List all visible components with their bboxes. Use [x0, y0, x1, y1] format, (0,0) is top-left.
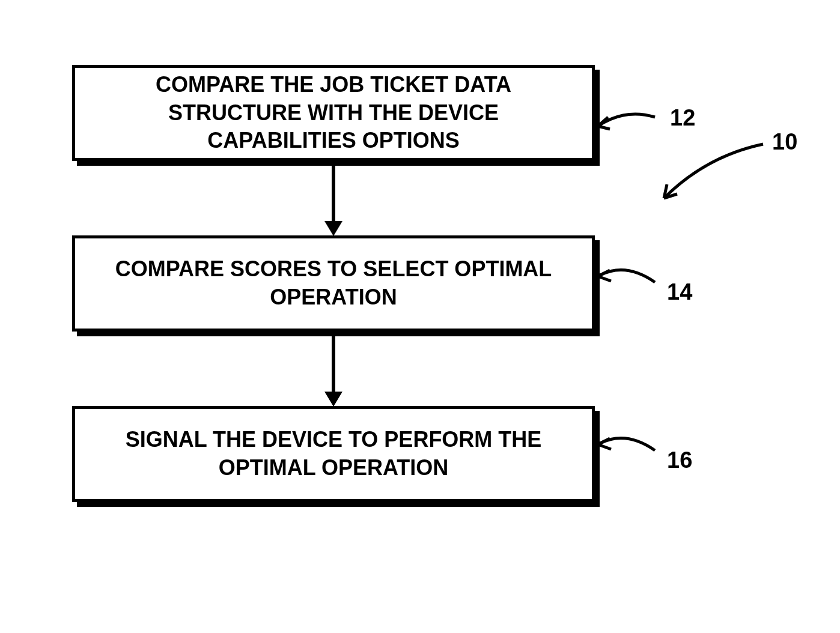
- box2-text: COMPARE SCORES TO SELECT OPTIMAL OPERATI…: [93, 255, 574, 312]
- box1-text: COMPARE THE JOB TICKET DATA STRUCTURE WI…: [93, 71, 574, 155]
- flowchart-box-1: COMPARE THE JOB TICKET DATA STRUCTURE WI…: [72, 65, 595, 161]
- callout-curve-14: [595, 264, 679, 312]
- label-16: 16: [667, 447, 692, 473]
- box3-text: SIGNAL THE DEVICE TO PERFORM THE OPTIMAL…: [93, 426, 574, 482]
- label-12: 12: [670, 105, 695, 131]
- flowchart-box-2: COMPARE SCORES TO SELECT OPTIMAL OPERATI…: [72, 235, 595, 332]
- arrow-1-head: [324, 221, 342, 236]
- arrow-1-line: [332, 166, 335, 223]
- callout-curve-10: [658, 138, 778, 222]
- arrow-2-head: [324, 392, 342, 407]
- callout-curve-16: [595, 432, 679, 480]
- label-10: 10: [772, 129, 797, 155]
- arrow-2-line: [332, 336, 335, 393]
- label-14: 14: [667, 279, 692, 305]
- flowchart-box-3: SIGNAL THE DEVICE TO PERFORM THE OPTIMAL…: [72, 406, 595, 502]
